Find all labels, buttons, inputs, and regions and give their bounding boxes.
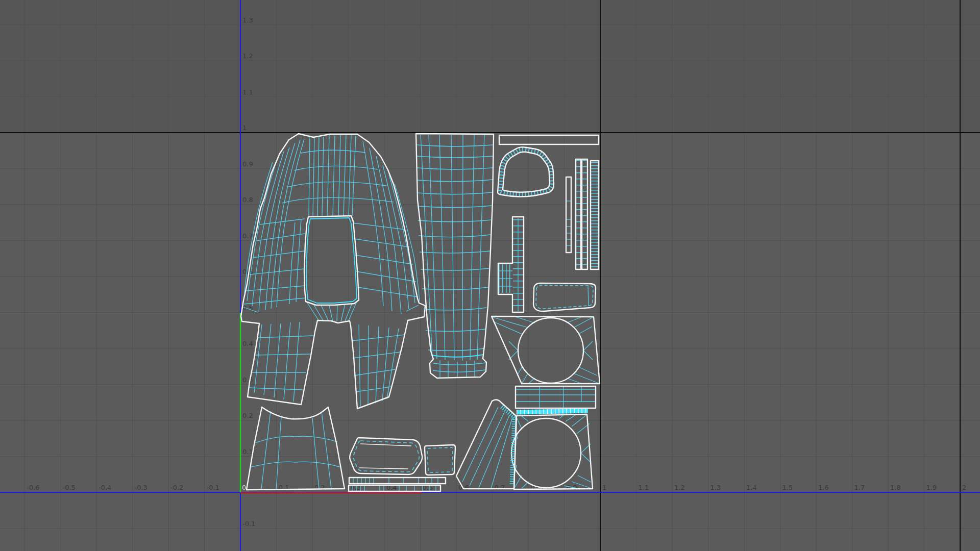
x-axis-label: -0.4 [99,484,111,491]
x-axis-label: 0.7 [495,484,505,491]
x-axis-label: -0.1 [207,484,219,491]
x-axis-label: -0.5 [63,484,76,491]
x-axis-label: 1.6 [818,484,829,491]
y-axis-label: 0.3 [242,376,253,384]
x-axis-label: 1.3 [710,484,721,491]
x-axis-label: 1.2 [674,484,685,491]
x-axis-label: -0.3 [135,484,148,491]
x-axis-label: 1.7 [854,484,865,491]
y-axis-label: -0.1 [242,520,255,528]
x-axis-label: 0.1 [279,484,289,491]
y-axis-label: 1.1 [242,88,253,96]
origin-label: 0 [242,484,246,491]
x-axis-label: 1.8 [890,484,901,491]
y-axis-label: 0.8 [242,196,253,204]
y-axis-label: 1.2 [242,52,253,60]
x-axis-label: 2 [962,484,966,491]
x-axis-label: 0.6 [458,484,469,491]
y-axis-label: 1.3 [242,16,253,24]
y-axis-label: 1 [242,124,247,132]
y-axis-label: 0.7 [242,232,253,240]
y-axis-label: 0.4 [242,340,253,347]
y-axis-label: 0.2 [242,412,253,419]
uv-editor-canvas[interactable]: -0.6-0.5-0.4-0.3-0.2-0.10.10.20.30.40.50… [0,0,980,551]
x-axis-label: 1.9 [926,484,937,491]
y-axis-label: 0.9 [242,160,253,168]
x-axis-label: 1.4 [746,484,757,491]
x-axis-label: 1 [602,484,606,491]
x-axis-label: 1.5 [782,484,793,491]
x-axis-label: -0.2 [170,484,183,491]
y-axis-label: 0.1 [242,448,253,456]
outside-uv-top-band [0,0,980,133]
x-axis-label: 1.1 [639,484,649,491]
x-axis-label: -0.6 [27,484,39,491]
x-axis-label: 0.2 [314,484,325,491]
uv-editor-viewport[interactable]: -0.6-0.5-0.4-0.3-0.2-0.10.10.20.30.40.50… [0,0,980,551]
